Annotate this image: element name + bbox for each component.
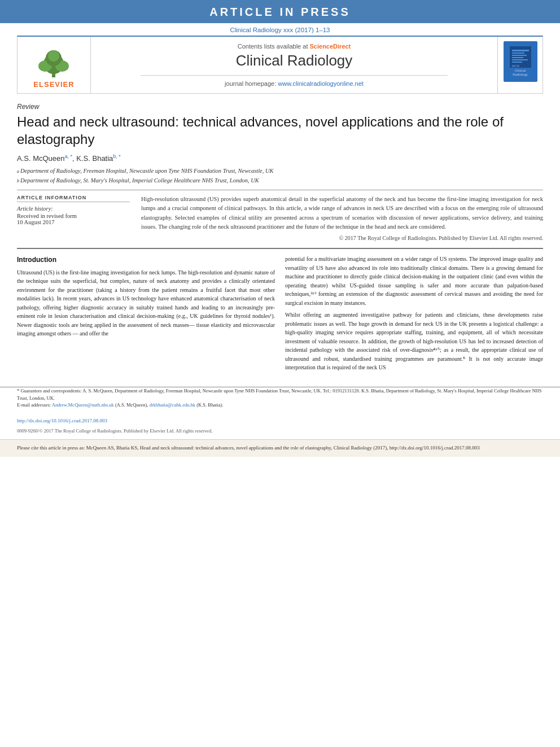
guarantors-footnote: * Guarantors and correspondents: A. S. M…	[17, 387, 543, 402]
svg-rect-8	[512, 53, 524, 54]
body-section: Introduction Ultrasound (US) is the firs…	[17, 255, 543, 375]
citation-box: Please cite this article in press as: Mc…	[0, 439, 560, 457]
science-direct-link[interactable]: ScienceDirect	[310, 43, 351, 50]
email-footnote: E-mail addresses: Andrew.McQueen@nuth.nh…	[17, 401, 543, 409]
badge-image-icon: RCR	[510, 46, 531, 68]
journal-ref-line: Clinical Radiology xxx (2017) 1–13	[0, 23, 560, 36]
svg-rect-9	[512, 55, 527, 56]
abstract-text: High-resolution ultrasound (US) provides…	[141, 195, 543, 231]
affiliation-b: b Department of Radiology, St. Mary's Ho…	[17, 176, 543, 185]
journal-title-main: Clinical Radiology	[236, 52, 353, 69]
elsevier-tree-icon	[34, 48, 73, 79]
journal-badge-area: RCR ClinicalRadiology	[497, 37, 542, 93]
svg-rect-10	[512, 57, 523, 58]
email2-link[interactable]: drkbhatia@cuhk.edu.hk	[150, 402, 195, 408]
svg-rect-12	[512, 62, 522, 63]
banner-text: ARTICLE IN PRESS	[209, 6, 351, 18]
email1-link[interactable]: Andrew.McQueen@nuth.nhs.uk	[52, 402, 114, 408]
article-history-value: Received in revised form10 August 2017	[17, 213, 130, 225]
article-in-press-banner: ARTICLE IN PRESS	[0, 0, 560, 23]
review-label: Review	[17, 103, 543, 111]
badge-title: ClinicalRadiology	[513, 69, 528, 77]
homepage-link[interactable]: www.clinicalradiologyonline.net	[278, 80, 364, 87]
separator-1	[17, 190, 543, 190]
authors-line: A.S. McQueena, *, K.S. Bhatiab, *	[17, 154, 543, 163]
header-divider	[141, 75, 448, 76]
journal-homepage-line: journal homepage: www.clinicalradiologyo…	[225, 80, 364, 87]
journal-ref-text: Clinical Radiology xxx (2017) 1–13	[230, 27, 330, 33]
rights-line: 0009-9260/© 2017 The Royal College of Ra…	[17, 428, 212, 434]
svg-point-5	[48, 50, 59, 62]
author1-sup: a, *	[65, 154, 73, 159]
article-info-label: ARTICLE INFORMATION	[17, 195, 130, 202]
intro-title: Introduction	[17, 255, 275, 265]
doi-link[interactable]: http://dx.doi.org/10.1016/j.crad.2017.08…	[17, 418, 107, 423]
elsevier-text: ELSEVIER	[33, 80, 74, 89]
body-col-left: Introduction Ultrasound (US) is the firs…	[17, 255, 275, 375]
journal-badge: RCR ClinicalRadiology	[504, 41, 537, 82]
footnotes-area: * Guarantors and correspondents: A. S. M…	[0, 387, 560, 409]
journal-header-center: Contents lists available at ScienceDirec…	[91, 37, 497, 93]
citation-text: Please cite this article in press as: Mc…	[17, 445, 480, 451]
svg-text:RCR: RCR	[512, 64, 520, 68]
intro-para2: potential for a multivariate imaging ass…	[285, 255, 543, 307]
intro-para1: Ultrasound (US) is the first-line imagin…	[17, 268, 275, 338]
separator-2	[17, 248, 543, 249]
affiliation-a: a Department of Radiology, Freeman Hospi…	[17, 167, 543, 176]
affiliations: a Department of Radiology, Freeman Hospi…	[17, 167, 543, 186]
abstract-col: High-resolution ultrasound (US) provides…	[141, 195, 543, 242]
article-info-col: ARTICLE INFORMATION Article history: Rec…	[17, 195, 130, 242]
article-title: Head and neck ultrasound: technical adva…	[17, 113, 543, 148]
author2-sup: b, *	[113, 154, 121, 159]
journal-header: ELSEVIER Contents lists available at Sci…	[17, 36, 543, 94]
svg-rect-11	[512, 59, 528, 60]
author2-name: K.S. Bhatia	[76, 155, 113, 163]
body-col-right: potential for a multivariate imaging ass…	[285, 255, 543, 375]
doi-area: http://dx.doi.org/10.1016/j.crad.2017.08…	[0, 412, 560, 436]
author1-name: A.S. McQueen	[17, 155, 65, 163]
article-content: Review Head and neck ultrasound: technic…	[0, 94, 560, 387]
elsevier-logo-area: ELSEVIER	[18, 37, 91, 93]
intro-para3: Whilst offering an augmented investigati…	[285, 311, 543, 372]
article-history-label: Article history:	[17, 206, 130, 212]
science-direct-line: Contents lists available at ScienceDirec…	[238, 43, 351, 50]
copyright-line: © 2017 The Royal College of Radiologists…	[141, 234, 543, 242]
article-info-abstract-section: ARTICLE INFORMATION Article history: Rec…	[17, 195, 543, 242]
svg-rect-7	[512, 50, 529, 51]
